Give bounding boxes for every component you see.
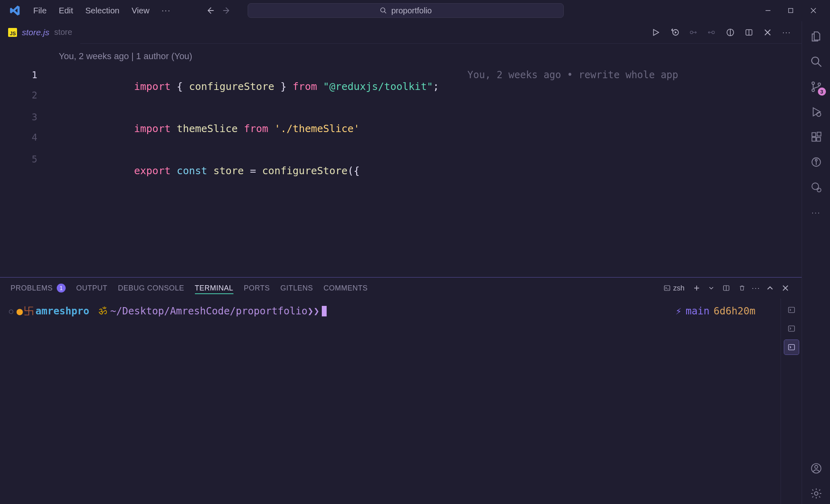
menu-file[interactable]: File xyxy=(28,3,52,18)
status-dot-icon: ● xyxy=(17,305,23,317)
line-number: 4 xyxy=(0,132,49,143)
svg-point-0 xyxy=(381,8,385,12)
source-control-button[interactable]: 3 xyxy=(806,76,827,97)
scm-badge: 3 xyxy=(818,88,826,96)
run-debug-button[interactable] xyxy=(806,101,827,122)
tab-file-name: store.js xyxy=(22,28,49,37)
menu-edit[interactable]: Edit xyxy=(53,3,79,18)
command-center-text: proportfolio xyxy=(391,6,432,15)
git-branch-age: 6d6h20m xyxy=(714,305,755,317)
code-line: 1 import { configureStore } from "@redux… xyxy=(0,69,802,90)
code-line: 3 import themeSlice from './themeSlice' xyxy=(0,111,802,132)
gitlens-inspect-button[interactable] xyxy=(806,177,827,198)
svg-point-40 xyxy=(814,492,818,495)
editor-tab-store-js[interactable]: JS store.js store xyxy=(0,21,80,44)
files-icon xyxy=(810,30,822,43)
command-center[interactable]: proportfolio xyxy=(248,3,564,18)
vscode-logo-icon xyxy=(9,4,21,17)
debug-rerun-button[interactable] xyxy=(667,25,682,40)
panel-tab-terminal[interactable]: TERMINAL xyxy=(195,282,233,294)
line-number: 3 xyxy=(0,112,49,122)
tab-file-dir: store xyxy=(54,28,72,37)
prev-change-button[interactable] xyxy=(686,25,700,40)
terminal-selector[interactable]: zsh xyxy=(661,282,687,294)
explorer-button[interactable] xyxy=(806,26,827,47)
svg-rect-14 xyxy=(664,286,670,290)
svg-line-25 xyxy=(817,63,821,67)
svg-point-24 xyxy=(811,57,819,64)
gitlens-icon xyxy=(811,156,822,168)
split-editor-button[interactable] xyxy=(742,25,756,40)
extensions-button[interactable] xyxy=(806,126,827,147)
gitlens-toggle-button[interactable] xyxy=(723,25,738,40)
menu-view[interactable]: View xyxy=(126,3,155,18)
gitlens-inspect-icon xyxy=(811,182,822,193)
svg-rect-33 xyxy=(817,132,821,136)
panel-tab-comments[interactable]: COMMENTS xyxy=(323,282,368,294)
problems-badge: 1 xyxy=(57,284,66,293)
panel-close-button[interactable] xyxy=(780,283,791,293)
window-close-button[interactable] xyxy=(803,2,824,19)
svg-point-39 xyxy=(815,466,817,468)
svg-rect-3 xyxy=(789,9,793,13)
menu-overflow[interactable]: ··· xyxy=(156,3,177,18)
panel-more-actions[interactable]: ··· xyxy=(752,284,760,293)
app-menu: File Edit Selection View ··· xyxy=(28,3,176,18)
split-terminal-button[interactable] xyxy=(720,283,732,293)
panel-tab-gitlens[interactable]: GITLENS xyxy=(280,282,313,294)
nav-history xyxy=(203,3,234,18)
kill-terminal-button[interactable] xyxy=(736,283,748,293)
next-change-button[interactable] xyxy=(704,25,719,40)
terminal-instance-2[interactable] xyxy=(784,321,799,336)
run-debug-icon xyxy=(810,106,822,118)
terminal-user: amreshpro xyxy=(36,305,90,317)
panel-tab-debug[interactable]: DEBUG CONSOLE xyxy=(118,282,184,294)
ellipsis-icon: ··· xyxy=(811,208,821,217)
panel-maximize-button[interactable] xyxy=(764,283,776,293)
account-icon xyxy=(811,463,822,474)
svg-point-26 xyxy=(812,82,814,84)
nav-forward-button[interactable] xyxy=(219,3,234,18)
line-number: 1 xyxy=(0,70,49,80)
chevron-down-icon xyxy=(709,286,714,290)
terminal-instance-1[interactable] xyxy=(784,303,799,317)
new-terminal-button[interactable] xyxy=(691,283,702,293)
panel-tab-ports[interactable]: PORTS xyxy=(244,282,270,294)
run-button[interactable] xyxy=(648,25,663,40)
blame-annotation: You, 2 weeks ago • rewrite whole app xyxy=(439,69,678,81)
nav-back-button[interactable] xyxy=(203,3,218,18)
window-maximize-button[interactable] xyxy=(781,2,801,19)
activity-bar: 3 ··· xyxy=(802,21,830,504)
terminal-cwd: ~/Desktop/AmreshCode/proportfolio xyxy=(110,305,308,317)
editor-tabs: JS store.js store ··· xyxy=(0,21,802,44)
settings-button[interactable] xyxy=(806,483,827,504)
new-terminal-dropdown[interactable] xyxy=(706,284,716,292)
search-icon xyxy=(380,7,387,14)
svg-rect-22 xyxy=(788,326,794,331)
line-number: 2 xyxy=(0,90,49,100)
panel-tab-output[interactable]: OUTPUT xyxy=(76,282,107,294)
svg-point-27 xyxy=(812,89,814,92)
svg-rect-30 xyxy=(812,133,815,137)
panel-tab-problems[interactable]: PROBLEMS 1 xyxy=(11,282,66,294)
search-icon xyxy=(810,56,822,68)
title-bar: File Edit Selection View ··· proportfoli… xyxy=(0,0,830,21)
window-controls xyxy=(758,2,824,19)
window-minimize-button[interactable] xyxy=(758,2,778,19)
terminal-tabs-sidebar xyxy=(781,299,802,504)
close-editor-button[interactable] xyxy=(760,25,775,40)
activity-overflow[interactable]: ··· xyxy=(806,202,827,223)
panel-tabs: PROBLEMS 1 OUTPUT DEBUG CONSOLE TERMINAL… xyxy=(0,278,802,299)
code-editor[interactable]: You, 2 weeks ago | 1 author (You) 1 impo… xyxy=(0,44,802,277)
gitlens-button[interactable] xyxy=(806,152,827,173)
svg-line-1 xyxy=(385,11,387,13)
terminal-icon xyxy=(663,284,671,292)
editor-more-actions[interactable]: ··· xyxy=(779,28,794,37)
menu-selection[interactable]: Selection xyxy=(79,3,125,18)
accounts-button[interactable] xyxy=(806,458,827,479)
search-button[interactable] xyxy=(806,51,827,72)
code-line: 5 export const store = configureStore({ xyxy=(0,153,802,174)
svg-point-35 xyxy=(815,159,817,161)
terminal-instance-3[interactable] xyxy=(784,340,799,355)
terminal[interactable]: ○ ● 卐 amreshpro ॐ ~/Desktop/AmreshCode/p… xyxy=(0,299,781,504)
